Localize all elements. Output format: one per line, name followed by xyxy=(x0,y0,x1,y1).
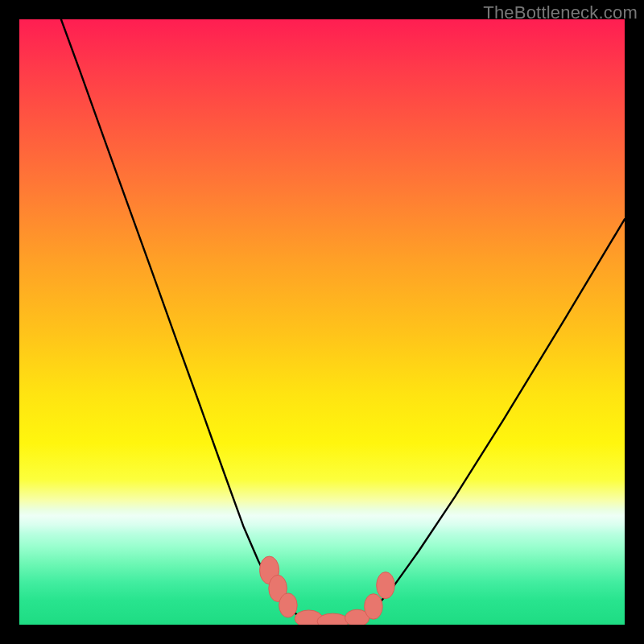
data-marker xyxy=(377,572,395,599)
data-marker xyxy=(279,593,298,617)
watermark-text: TheBottleneck.com xyxy=(483,2,638,23)
bottleneck-curve xyxy=(61,19,625,621)
chart-frame: TheBottleneck.com xyxy=(0,0,644,644)
chart-svg xyxy=(19,19,625,625)
plot-area xyxy=(19,19,625,625)
data-marker xyxy=(365,594,383,620)
